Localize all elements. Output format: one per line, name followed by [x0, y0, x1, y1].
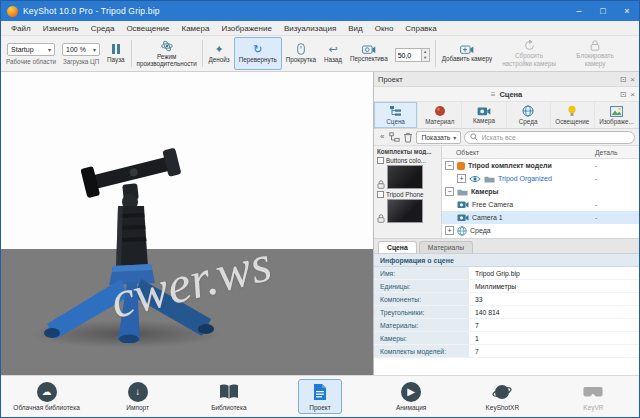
tree-row-detail: -: [595, 175, 639, 182]
tab-material[interactable]: Материал: [418, 102, 462, 128]
menu-image[interactable]: Изображение: [215, 21, 277, 35]
scene-info-header: Информация о сцене: [374, 254, 639, 267]
dock-library[interactable]: Библиотека: [183, 376, 274, 417]
flip-button[interactable]: ↻ Перевернуть: [234, 37, 282, 70]
dock-project[interactable]: Проект: [274, 376, 365, 417]
scene-search-input[interactable]: [481, 134, 629, 141]
pause-button[interactable]: Пауза: [103, 37, 129, 70]
menu-environment[interactable]: Среда: [85, 21, 121, 35]
scene-tree-toolbar: « Показать ▾: [374, 129, 639, 146]
menu-view[interactable]: Вид: [342, 21, 368, 35]
collapse-panel-icon[interactable]: «: [378, 131, 386, 143]
model-set-item[interactable]: Buttons colo...: [377, 157, 438, 189]
scroll-button[interactable]: Прокрутка: [282, 37, 320, 70]
tree-view-icon[interactable]: [389, 132, 400, 143]
column-object[interactable]: Объект: [442, 149, 595, 156]
dock-cloud-library[interactable]: ☁ Облачная библиотека: [1, 376, 92, 417]
maximize-button[interactable]: □: [591, 1, 615, 21]
menu-lighting[interactable]: Освещение: [120, 21, 175, 35]
project-panel-header: Проект ⊡ ×: [374, 72, 639, 87]
dock-keyvr[interactable]: KeyVR: [548, 376, 639, 417]
scene-tree: Объект Деталь − Tripod комплект модели -: [442, 146, 639, 238]
tab-lighting[interactable]: Освещение: [551, 102, 595, 128]
bottom-dock: ☁ Облачная библиотека ↓ Импорт Библиотек…: [1, 375, 639, 417]
workspace-dropdown[interactable]: Startup ▾: [7, 43, 55, 56]
show-filter-dropdown[interactable]: Показать ▾: [416, 131, 461, 144]
model-set-item[interactable]: Tripod Phone: [377, 191, 438, 223]
tree-row-camera-1[interactable]: Camera 1 -: [442, 211, 639, 224]
tripod-grip-model[interactable]: [31, 148, 231, 343]
dock-keyshotxr[interactable]: KeyShotXR: [457, 376, 548, 417]
project-document-icon: [310, 382, 330, 402]
tree-row-label: Camera 1: [472, 214, 503, 221]
column-detail[interactable]: Деталь: [595, 149, 639, 156]
expander-icon[interactable]: −: [445, 187, 454, 196]
tree-row-cameras[interactable]: − Камеры: [442, 185, 639, 198]
minimize-button[interactable]: –: [567, 1, 591, 21]
menu-window[interactable]: Окно: [369, 21, 400, 35]
denoise-button[interactable]: ✦ Денойз: [205, 37, 234, 70]
model-set-checkbox[interactable]: [377, 157, 384, 164]
vr-headset-icon: [583, 382, 603, 402]
cpu-dropdown[interactable]: 100 % ▾: [62, 43, 100, 56]
tab-camera[interactable]: Камера: [462, 102, 506, 128]
perspective-spinner: ▴ ▾: [395, 48, 430, 62]
dock-import[interactable]: ↓ Импорт: [92, 376, 183, 417]
close-button[interactable]: ×: [615, 1, 639, 21]
model-set-thumbnail[interactable]: [387, 199, 423, 223]
close-panel-icon[interactable]: ×: [630, 75, 635, 84]
subtab-scene[interactable]: Сцена: [378, 241, 417, 253]
dock-animation[interactable]: ▶ Анимация: [366, 376, 457, 417]
viewport-3d[interactable]: cwer.ws: [1, 72, 373, 375]
dock-panel-icon[interactable]: ⊡: [620, 90, 627, 99]
add-camera-button[interactable]: Добавить камеру: [438, 37, 496, 70]
menu-help[interactable]: Справка: [399, 21, 442, 35]
expander-icon[interactable]: −: [445, 161, 454, 170]
dock-panel-icon[interactable]: ⊡: [620, 75, 627, 84]
menu-burger-icon[interactable]: ≡: [491, 90, 496, 99]
perspective-value-input[interactable]: [395, 48, 421, 62]
tree-row-modelset[interactable]: − Tripod комплект модели -: [442, 159, 639, 172]
subtab-materials[interactable]: Материалы: [419, 241, 473, 253]
tree-row-free-camera[interactable]: Free Camera -: [442, 198, 639, 211]
atom-icon: [161, 40, 173, 52]
menu-camera[interactable]: Камера: [176, 21, 216, 35]
dock-label: Проект: [309, 404, 330, 411]
lightbulb-icon: [567, 105, 577, 117]
expander-icon[interactable]: +: [457, 174, 466, 183]
bottom-subtabs: Сцена Материалы: [374, 239, 639, 254]
tab-camera-label: Камера: [473, 117, 495, 124]
back-button[interactable]: ↩ Назад: [320, 37, 346, 70]
reset-camera-button[interactable]: Сбросить настройки камеры: [496, 37, 562, 70]
model-set-thumbnail[interactable]: [387, 165, 423, 189]
spin-down-icon[interactable]: ▾: [422, 55, 429, 61]
tree-row-detail: -: [595, 214, 639, 221]
model-set-checkbox[interactable]: [377, 191, 384, 198]
menu-edit[interactable]: Изменить: [37, 21, 85, 35]
perspective-button[interactable]: Перспектива: [346, 37, 392, 70]
search-icon: [470, 133, 478, 141]
tab-image[interactable]: Изображе...: [595, 102, 639, 128]
lock-camera-button[interactable]: Блокировать камеру: [562, 37, 628, 70]
performance-mode-button[interactable]: Режим производительности: [134, 37, 200, 70]
eye-icon[interactable]: [469, 175, 481, 183]
tab-environment[interactable]: Среда: [507, 102, 551, 128]
keyshot-window: KeyShot 10.0 Pro - Tripod Grip.bip – □ ×…: [0, 0, 640, 418]
trash-icon[interactable]: [403, 132, 413, 143]
tree-header: Объект Деталь: [442, 146, 639, 159]
info-value: 1: [469, 332, 639, 344]
cpu-group: 100 % ▾ Загрузка ЦП: [59, 37, 103, 70]
material-sphere-icon: [434, 105, 446, 117]
info-row-name: Имя: Tripod Grip.bip: [374, 267, 639, 280]
menu-file[interactable]: Файл: [5, 21, 37, 35]
tab-scene[interactable]: Сцена: [374, 102, 418, 128]
menu-render[interactable]: Визуализация: [278, 21, 342, 35]
tree-row-group[interactable]: + Tripod Organized -: [442, 172, 639, 185]
info-value: Tripod Grip.bip: [469, 267, 639, 279]
tree-row-environment[interactable]: + Среда: [442, 224, 639, 237]
expander-icon[interactable]: +: [445, 226, 454, 235]
titlebar: KeyShot 10.0 Pro - Tripod Grip.bip – □ ×: [1, 1, 639, 21]
environment-globe-icon: [457, 226, 467, 236]
close-panel-icon[interactable]: ×: [630, 90, 635, 99]
main-toolbar: Startup ▾ Рабочие области 100 % ▾ Загруз…: [1, 36, 639, 72]
